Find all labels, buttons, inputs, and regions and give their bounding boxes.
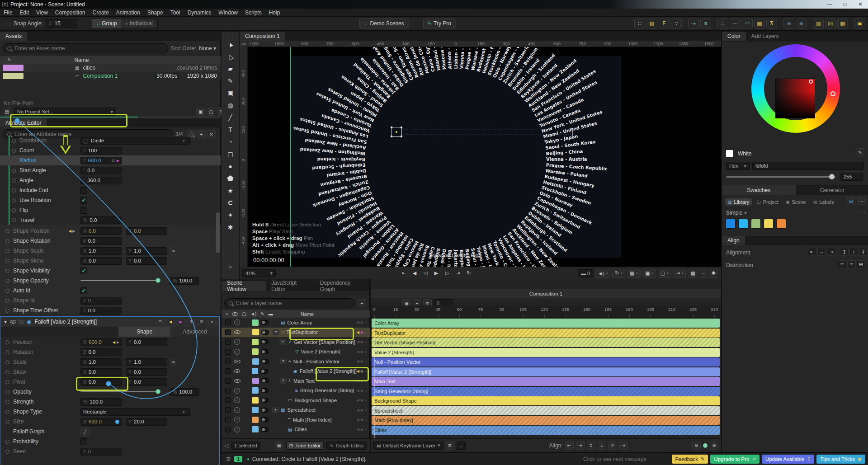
add-layer-button[interactable]: + [358, 299, 366, 307]
protractor-tool[interactable]: ◔ [222, 136, 240, 148]
tools-drag-handle[interactable]: ⋮⋮ [222, 32, 240, 38]
value-field[interactable]: Y1.0 [126, 247, 167, 255]
hex-value-field[interactable]: fdfdfd [752, 162, 864, 170]
display-icon[interactable]: ▢ [207, 108, 215, 116]
graph-editor-button[interactable]: ∿Graph Editor [326, 442, 367, 450]
render-slate-field[interactable]: ▬ 0 [578, 269, 593, 277]
attribute-ring[interactable] [5, 380, 9, 384]
attribute-ring[interactable] [5, 239, 9, 243]
zoom-out-timeline-icon[interactable]: ⊖ [692, 442, 701, 450]
value-field[interactable]: X600.0◀▶ [80, 338, 122, 346]
grid-cells-icon[interactable]: ▦ [837, 19, 848, 28]
timeline-bar-color-array[interactable]: Color Array [372, 319, 720, 328]
asset-row-cities[interactable]: ▦citiesUsed 2 times.csv [0, 64, 221, 72]
sv-marker[interactable] [809, 80, 813, 84]
next-frame-button[interactable]: ▷ [442, 269, 452, 278]
maximize-button[interactable]: ▭ [837, 0, 853, 9]
layer-color-chip[interactable] [252, 397, 259, 404]
checkbox-use-rotation[interactable]: ✓ [80, 197, 87, 204]
asset-color-chip[interactable] [3, 73, 24, 79]
rectangle-tool[interactable]: ▢ [222, 148, 240, 160]
timeline-bar-cities[interactable]: Cities [372, 426, 720, 435]
time-editor-button[interactable]: ◷Time Editor [286, 442, 324, 450]
viewport-settings-icon[interactable]: ✱ [709, 269, 718, 278]
swatch-9cbf7e[interactable] [751, 219, 761, 229]
enabled-check-icon[interactable]: ✓ [234, 417, 240, 423]
layer-toggle[interactable] [261, 427, 269, 432]
attribute-ring[interactable] [5, 390, 9, 394]
jump-start-button[interactable]: ⇤ [399, 269, 409, 278]
menu-item-window[interactable]: Window [215, 9, 241, 16]
keyframe-nav-icons[interactable]: ◀▶○ [357, 398, 367, 402]
sparkle-tool[interactable]: ✦ [222, 209, 240, 221]
swatch-tab-library[interactable]: ▥Library [725, 198, 752, 206]
layer-row-cities[interactable]: ✓▤Cities◀▶○ [222, 425, 370, 435]
log-icon[interactable]: ≣ [226, 456, 231, 462]
asset-search-input[interactable]: Enter an Asset name [3, 43, 168, 53]
zoom-in-timeline-icon[interactable]: ⊕ [710, 442, 718, 450]
viewport-canvas[interactable]: Vienna - AustriaPrague - Czech RepublicW… [248, 47, 721, 267]
keyframe-nav-icons[interactable]: ◀▶○ [357, 340, 367, 344]
alignment-icon-1[interactable]: ↔ [817, 248, 826, 256]
layer-row-main-text[interactable]: ▾TMain Text◀▶○ [222, 376, 370, 386]
attribute-ring[interactable] [5, 420, 9, 424]
percent-field[interactable]: %100.0 [170, 277, 199, 285]
value-field[interactable]: #0 [80, 448, 122, 456]
layer-row-background-shape[interactable]: ✓▭Background Shape◀▶○ [222, 395, 370, 405]
attribute-ring[interactable] [5, 299, 9, 303]
value-field[interactable]: Y0.0 [126, 227, 167, 235]
value-field[interactable]: X600.0 [80, 418, 122, 426]
attribute-ring[interactable] [5, 440, 9, 444]
layer-toggle[interactable] [261, 349, 269, 354]
layer-row-math-row-index[interactable]: ✓=Math [Row Index]◀▶○ [222, 415, 370, 425]
alpha-value-field[interactable]: 255 [840, 173, 863, 181]
table-icon[interactable]: ▦ [754, 19, 765, 28]
arc-tool-icon[interactable]: ◠ [742, 19, 753, 28]
layer-color-chip[interactable] [252, 417, 259, 423]
layer-toggle[interactable] [261, 378, 269, 383]
checkbox-auto-id[interactable]: ✓ [80, 287, 87, 294]
layer-row-get-vector-shape-position[interactable]: ✓▾↗Get Vector [Shape Position]◀▶○ [222, 337, 370, 347]
falloff-header[interactable]: ▾◉Falloff [Value 2 [Strength]]⊟◀▶⊼⊞✕ [0, 317, 219, 327]
layer-row-color-array[interactable]: ✓▤Color Array◀▶○ [222, 318, 370, 328]
keyframe-nav-icons[interactable]: ◀▶○ [357, 330, 367, 334]
layer-color-chip[interactable] [252, 329, 259, 335]
menu-item-animation[interactable]: Animation [113, 9, 144, 16]
grid-view-icon[interactable]: ▦ [275, 442, 283, 450]
tab-composition-1[interactable]: Composition 1 [240, 32, 285, 41]
attribute-ring[interactable] [5, 279, 9, 283]
layer-toggle[interactable] [261, 388, 269, 393]
node-icon[interactable]: ⊟ [156, 319, 164, 325]
layer-row-value-2-strength[interactable]: ✓▽Value 2 [Strength]◀▶○ [222, 347, 370, 357]
swatch-group-select[interactable]: Simple ▾ [726, 210, 747, 216]
keyframe-nav-icons[interactable]: ◀▶○ [357, 408, 367, 412]
camera-tool[interactable]: ▣ [222, 87, 240, 99]
grid-dots-icon[interactable]: ∷ [634, 19, 645, 28]
value-field[interactable]: Y0.0 [126, 257, 167, 265]
layer-toggle[interactable] [261, 320, 269, 325]
value-field[interactable]: Y0.0 [126, 338, 167, 346]
enabled-check-icon[interactable]: ✓ [234, 319, 240, 325]
expand-chevron-icon[interactable]: ▾ [280, 378, 287, 384]
menu-item-scripts[interactable]: Scripts [241, 9, 265, 16]
align-down-icon[interactable]: ↧ [598, 442, 606, 450]
loop-button[interactable]: ↻ [464, 269, 474, 278]
stepper-left-icon[interactable]: ◀ [113, 340, 115, 344]
falloff-graph-button[interactable]: ╱ [80, 427, 90, 436]
keyframe-layer-select[interactable]: ▤Default Keyframe Layer▾ [373, 442, 443, 450]
menu-item-help[interactable]: Help [265, 9, 284, 16]
timeline-playhead[interactable] [374, 318, 375, 438]
value-field[interactable]: °0.0 [80, 167, 122, 174]
snap-angle-field[interactable]: # 15 [46, 19, 77, 28]
solo-ring-icon[interactable] [19, 320, 24, 324]
align-bottom-icon[interactable]: ≑ [796, 19, 807, 28]
timeline-bar-get-vector-shape-position[interactable]: Get Vector [Shape Position] [372, 338, 720, 347]
value-field[interactable]: #0 [80, 297, 122, 305]
select-distribution[interactable]: ◯Circle▾ [80, 137, 190, 145]
line-tool[interactable]: ╱ [222, 111, 240, 123]
keyframe-nav-icons[interactable]: ◀▶○ [357, 418, 367, 422]
selection-manipulator[interactable] [391, 127, 402, 137]
prev-keyframe-button[interactable]: ◀ [410, 269, 420, 278]
hex-mode-select[interactable]: Hex▾ [726, 162, 750, 170]
image-overlay-icon[interactable]: ▣▾ [642, 269, 656, 278]
